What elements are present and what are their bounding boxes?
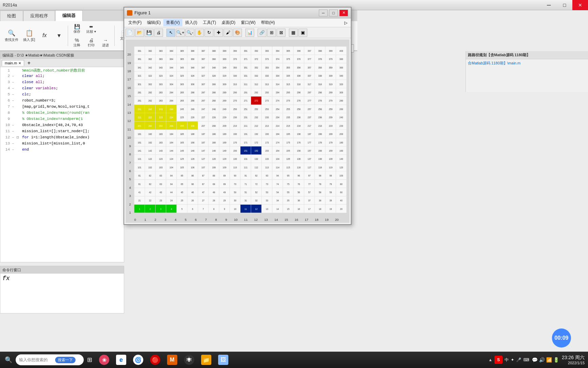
tb-select-btn[interactable]: ↖ <box>166 29 175 37</box>
insert-btn[interactable]: 📋 插入 [E] <box>21 28 37 44</box>
editor-tab-main[interactable]: main.m ✕ <box>2 60 24 66</box>
svg-text:112: 112 <box>255 166 258 169</box>
figure-close-btn[interactable]: ✕ <box>339 10 348 16</box>
indent-icon: → <box>103 37 108 43</box>
tb-subplot-btn[interactable]: ⊞ <box>267 29 276 37</box>
menu-expand-btn[interactable]: ▷ <box>342 20 349 26</box>
x-label-8: 8 <box>215 218 217 221</box>
figure-maximize-btn[interactable]: □ <box>329 10 338 16</box>
print-btn[interactable]: 🖨 打印 <box>84 36 98 49</box>
tray-battery[interactable]: 🔋 <box>553 357 559 363</box>
tb-print-btn[interactable]: 🖨 <box>154 29 163 37</box>
taskbar-photos[interactable]: 🖼 <box>215 353 232 367</box>
maximize-btn[interactable]: □ <box>557 0 572 10</box>
command-window-content[interactable]: fx <box>0 274 124 283</box>
dropdown-btn[interactable]: ▾ <box>52 30 66 41</box>
minimize-btn[interactable]: ─ <box>541 0 557 10</box>
figure-minimize-btn[interactable]: ─ <box>319 10 328 16</box>
tb-brush-btn[interactable]: 🖌 <box>224 29 232 37</box>
code-text-4: clear variables; <box>22 86 58 90</box>
tray-chat[interactable]: 💬 <box>532 357 538 363</box>
svg-text:220: 220 <box>340 125 343 127</box>
menu-help[interactable]: 帮助(H) <box>258 19 278 26</box>
tb-legend-btn[interactable]: 📊 <box>245 29 254 37</box>
svg-text:374: 374 <box>276 58 279 60</box>
menu-file[interactable]: 文件(F) <box>126 19 144 26</box>
tb-grid2-btn[interactable]: ▣ <box>298 29 307 37</box>
tray-kb[interactable]: ⌨ <box>523 357 529 362</box>
svg-text:248: 248 <box>212 108 216 110</box>
tb-zoom-out-btn[interactable]: 🔍- <box>185 29 194 37</box>
taskbar-matlab[interactable]: M <box>164 353 181 367</box>
tb-zoom-in-btn[interactable]: 🔍+ <box>176 29 185 37</box>
svg-text:22: 22 <box>149 199 152 202</box>
svg-text:21: 21 <box>138 199 141 202</box>
svg-text:84: 84 <box>170 174 173 177</box>
svg-text:376: 376 <box>297 58 301 60</box>
compare-btn[interactable]: ⬌ 比较 ▾ <box>84 22 98 35</box>
svg-text:75: 75 <box>287 183 290 185</box>
comment-btn[interactable]: % 注释 <box>70 36 84 49</box>
close-btn[interactable]: ✕ <box>572 0 588 10</box>
taskbar-taskview[interactable]: ⊞ <box>84 353 96 367</box>
tray-zh[interactable]: 中 <box>505 357 509 363</box>
taskbar-search-icon-btn[interactable]: 🔍 <box>1 353 16 367</box>
taskbar-search-button[interactable]: 搜索一下 <box>55 357 76 363</box>
taskbar-apps-icon[interactable]: ❀ <box>96 353 113 367</box>
svg-text:271: 271 <box>244 100 248 102</box>
tb-colorbar-btn[interactable]: 🎨 <box>233 29 242 37</box>
svg-text:258: 258 <box>318 108 322 110</box>
save-btn[interactable]: 💾 保存 <box>70 22 84 35</box>
tray-mic[interactable]: 🎤 <box>516 357 521 362</box>
svg-text:122: 122 <box>148 158 152 160</box>
tab-apps[interactable]: 应用程序 <box>23 11 55 21</box>
tb-new-btn[interactable]: 📄 <box>126 29 134 37</box>
tray-expand[interactable]: ▲ <box>488 357 492 362</box>
svg-text:96: 96 <box>298 174 300 177</box>
svg-text:18: 18 <box>319 208 322 210</box>
tb-pan-btn[interactable]: ✋ <box>195 29 204 37</box>
taskbar-search-input[interactable] <box>19 357 53 362</box>
taskbar-browser-e[interactable]: e <box>113 353 130 367</box>
menu-window[interactable]: 窗口(W) <box>238 19 258 26</box>
tb-subplot2-btn[interactable]: ⊠ <box>277 29 285 37</box>
tray-network[interactable]: 📶 <box>546 357 552 363</box>
svg-text:330: 330 <box>233 75 237 77</box>
svg-text:78: 78 <box>319 183 322 185</box>
x-label-17: 17 <box>305 218 308 221</box>
tb-rotate-btn[interactable]: ↻ <box>205 29 213 37</box>
tb-save-btn[interactable]: 💾 <box>145 29 153 37</box>
taskbar-browser3[interactable]: 🔴 <box>147 353 164 367</box>
taskbar-files[interactable]: 📁 <box>198 353 215 367</box>
tab-editor[interactable]: 编辑器 <box>55 10 83 21</box>
menu-tools[interactable]: 工具(T) <box>200 19 219 26</box>
taskbar-browser2[interactable]: 🌀 <box>130 353 147 367</box>
taskbar-spider[interactable]: 🕷 <box>181 353 198 367</box>
menu-edit[interactable]: 编辑(E) <box>144 19 163 26</box>
menu-view[interactable]: 查看(V) <box>163 19 182 26</box>
tb-grid-btn[interactable]: ▦ <box>289 29 298 37</box>
tb-link-btn[interactable]: 🔗 <box>258 29 266 37</box>
y-label-1: 1 <box>129 211 131 214</box>
svg-text:141: 141 <box>138 150 142 152</box>
tab-plot[interactable]: 绘图 <box>0 11 23 21</box>
indent-btn[interactable]: → 进进 <box>99 36 112 49</box>
svg-text:130: 130 <box>233 158 237 160</box>
svg-text:294: 294 <box>276 91 279 94</box>
tray-sound[interactable]: 🔊 <box>539 357 545 363</box>
svg-text:243: 243 <box>159 108 163 110</box>
svg-text:348: 348 <box>212 66 216 69</box>
menu-desktop[interactable]: 桌面(D) <box>219 19 238 26</box>
tray-dot[interactable]: ✦ <box>511 357 514 362</box>
fx-btn[interactable]: fx <box>38 31 51 41</box>
taskbar-search-box[interactable]: 搜索一下 <box>16 354 84 365</box>
find-file-btn[interactable]: 🔍 查找文件 <box>3 28 20 44</box>
tb-open-btn[interactable]: 📂 <box>135 29 144 37</box>
x-label-13: 13 <box>264 218 268 221</box>
right-panel-filepath[interactable]: 合Matlab源码 1180期】\main.m <box>466 59 588 67</box>
tb-datacursor-btn[interactable]: ✚ <box>214 29 223 37</box>
new-tab-btn[interactable]: + <box>26 59 32 67</box>
menu-insert[interactable]: 插入(I) <box>182 19 200 26</box>
svg-text:298: 298 <box>318 91 322 94</box>
editor-tab-close[interactable]: ✕ <box>18 61 21 65</box>
